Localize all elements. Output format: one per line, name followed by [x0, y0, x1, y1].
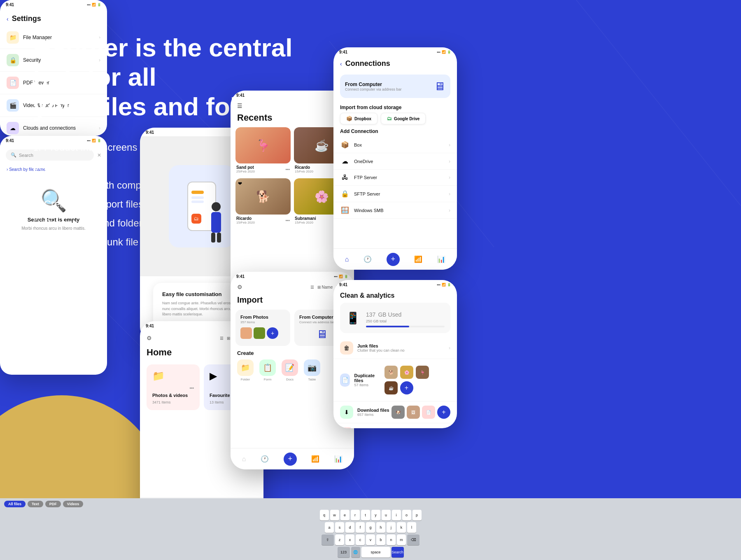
import-nav-home[interactable]: ⌂	[242, 455, 246, 463]
connections-nav-analytics[interactable]: 📊	[437, 255, 445, 263]
create-icons-row: 📁 Folder 📋 Form 📝 Docs 📷 Table	[237, 359, 347, 381]
junk-chevron: ›	[449, 345, 450, 351]
junk-left: 🗑 Junk files Clutter that you can clean …	[340, 341, 405, 355]
thumb-2	[254, 327, 265, 339]
storage-bar-fill	[366, 326, 409, 327]
smb-icon: 🪟	[340, 206, 350, 214]
recent-item-1-date: 25/Feb 2020	[236, 170, 255, 173]
import-status: ▪▪▪📶🔋	[334, 275, 348, 278]
create-title: Create	[237, 350, 347, 356]
analytics-junk[interactable]: 🗑 Junk files Clutter that you can clean …	[333, 337, 457, 359]
recent-item-3-menu[interactable]: •••	[285, 218, 290, 223]
create-folder[interactable]: 📁 Folder	[237, 359, 254, 381]
phone-connections-header: 9:41 ▪▪▪📶🔋	[333, 47, 457, 56]
connections-nav-wifi[interactable]: 📶	[414, 255, 422, 263]
connections-nav-recents[interactable]: 🕐	[364, 255, 372, 263]
home-card-photos[interactable]: 📁 ••• Photos & videos 3471 Items	[147, 364, 200, 410]
analytics-duplicate[interactable]: 📄 Duplicate files 57 Items 🐕 🌸 🦩 ☕ +	[333, 359, 457, 401]
settings-time: 9:41	[6, 2, 14, 7]
recent-item-1[interactable]: 🦩 Sand pot 25/Feb 2020 •••	[235, 127, 291, 175]
import-wifi-icon: 📶	[311, 455, 319, 463]
settings-back-button[interactable]: ‹	[7, 16, 9, 22]
connections-nav-add[interactable]: +	[387, 253, 400, 266]
import-nav-add[interactable]: +	[284, 453, 297, 466]
create-docs[interactable]: 📝 Docs	[282, 359, 298, 381]
analytics-downloads[interactable]: ⬇ Download files 657 Items 🐶 🖼 📄 +	[333, 401, 457, 423]
conn-analytics-icon: 📊	[437, 255, 445, 263]
conn-ftp[interactable]: 🖧 FTP Server ›	[333, 170, 457, 186]
box-name: Box	[354, 142, 362, 147]
video-icon: 🎬	[7, 99, 19, 112]
conn-smb[interactable]: 🪟 Windows SMB ›	[333, 202, 457, 219]
recent-item-1-menu[interactable]: •••	[285, 167, 290, 172]
intro-card-title: Easy file customisation	[162, 291, 241, 297]
ftp-chevron: ›	[449, 175, 450, 180]
security-icon: 🔒	[7, 54, 19, 66]
downloads-left: ⬇ Download files 657 Items	[340, 406, 389, 419]
conn-ftp-left: 🖧 FTP Server	[340, 174, 377, 181]
recent-item-4-name: Subramani	[295, 216, 316, 221]
duplicate-sub: 57 Items	[354, 383, 377, 387]
pdf-icon: 📄	[7, 77, 19, 89]
import-home-icon: ⌂	[242, 455, 246, 463]
dup-thumb-1: 🐕	[384, 366, 398, 379]
cloud-buttons: 📦 Dropbox 🗂 Google Drive	[333, 113, 457, 124]
table-label: Table	[308, 378, 316, 381]
create-form[interactable]: 📋 Form	[259, 359, 276, 381]
dropbox-button[interactable]: 📦 Dropbox	[340, 113, 377, 124]
conn-clock-icon: 🕐	[364, 255, 372, 263]
conn-sftp[interactable]: 🔒 SFTP Server ›	[333, 186, 457, 202]
conn-wifi-icon: 📶	[414, 255, 422, 263]
search-hint-chevron: ›	[7, 167, 8, 172]
analytics-large[interactable]: 📦 Large files 245 Items ›	[333, 423, 457, 428]
import-analytics-icon: 📊	[334, 455, 343, 463]
svg-line-3	[576, 0, 741, 206]
recents-menu-icon[interactable]: ☰	[237, 103, 242, 109]
gdrive-button[interactable]: 🗂 Google Drive	[381, 113, 426, 124]
duplicate-add[interactable]: +	[400, 381, 413, 394]
home-menu-icon[interactable]: ☰	[220, 336, 224, 341]
computer-display-icon: 🖥	[434, 79, 445, 93]
sftp-chevron: ›	[449, 191, 450, 197]
from-computer-card[interactable]: From Computer Connect computer via addre…	[340, 75, 450, 98]
junk-title: Junk files	[357, 343, 405, 348]
import-nav-wifi[interactable]: 📶	[311, 455, 319, 463]
intro-time: 9:41	[146, 130, 154, 135]
connections-back-button[interactable]: ‹	[340, 61, 342, 67]
docs-create-icon: 📝	[282, 359, 298, 376]
phone-import-header: 9:41 ▪▪▪📶🔋	[231, 272, 354, 280]
import-card-photos[interactable]: From Photos 357 Items +	[235, 310, 290, 346]
form-create-icon: 📋	[259, 359, 276, 376]
recent-item-3[interactable]: 🐕 ❤ Ricardo 15/Feb 2020 •••	[235, 178, 291, 226]
storage-phone-icon: 📱	[346, 311, 360, 325]
create-table[interactable]: 📷 Table	[304, 359, 320, 381]
folder-create-icon: 📁	[237, 359, 254, 376]
search-icon: 🔍	[11, 152, 16, 158]
storage-info: 137 GB Used 250 GB total	[366, 308, 445, 327]
thumb-1	[240, 327, 252, 339]
conn-onedrive[interactable]: ☁ OneDrive ›	[333, 153, 457, 170]
recent-item-1-name: Sand pot	[236, 165, 255, 170]
dup-thumb-2: 🌸	[400, 366, 413, 379]
connections-nav-home[interactable]: ⌂	[345, 256, 349, 263]
intro-card-body: Nam sed congue ante. Phasellus vel eros …	[162, 301, 241, 317]
conn-box[interactable]: 📦 Box ›	[333, 137, 457, 153]
import-nav-recents[interactable]: 🕐	[261, 455, 269, 463]
import-gear-icon[interactable]: ⚙	[237, 284, 242, 290]
photos-add-button[interactable]: +	[267, 327, 278, 339]
home-gear-icon[interactable]: ⚙	[147, 335, 152, 341]
ftp-name: FTP Server	[354, 175, 377, 180]
import-menu-icon[interactable]: ☰	[310, 285, 314, 289]
downloads-add[interactable]: +	[437, 406, 450, 419]
form-label: Form	[264, 378, 272, 381]
import-bottom-nav: ⌂ 🕐 + 📶 📊	[231, 448, 354, 469]
recent-item-2-date: 15/Feb 2020	[295, 170, 313, 173]
photos-menu-dots[interactable]: •••	[189, 386, 194, 390]
home-time: 9:41	[146, 324, 154, 328]
dropbox-icon: 📦	[346, 116, 352, 121]
connections-time: 9:41	[339, 50, 347, 54]
import-title: Import	[237, 295, 347, 305]
import-nav-analytics[interactable]: 📊	[334, 455, 343, 463]
large-left: 📦 Large files 245 Items	[340, 427, 380, 428]
duplicate-icon: 📄	[340, 373, 350, 387]
